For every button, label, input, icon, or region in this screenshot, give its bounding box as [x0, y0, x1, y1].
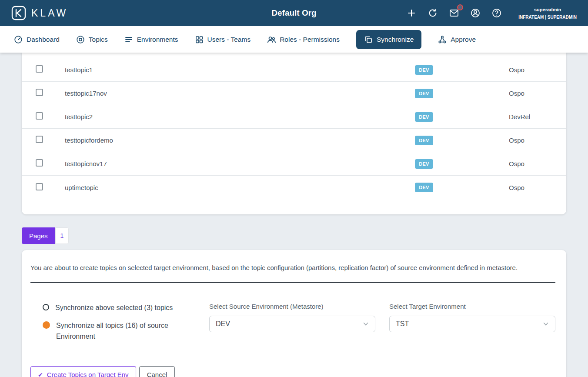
topic-name: uptimetopic [65, 184, 396, 191]
org-title: Default Org [271, 8, 316, 18]
divider [30, 282, 555, 283]
team-name: Ospo [452, 184, 553, 191]
topics-table-panel: testtopic1 DEV Ospo testtopic17nov DEV O… [22, 53, 566, 214]
topic-name: testtopic2 [65, 113, 396, 120]
table-row: testtopic1 DEV Ospo [22, 58, 566, 82]
sync-actions: ✔ Create Topics on Target Env Cancel [30, 366, 555, 377]
user-info[interactable]: superadmin INFRATEAM | SUPERADMIN [518, 7, 577, 20]
env-badge: DEV [415, 159, 433, 169]
radio-sync-all-topics[interactable]: Synchronize all topics (16) of source En… [43, 320, 199, 342]
checkbox-cell [36, 65, 65, 74]
user-team-role: INFRATEAM | SUPERADMIN [518, 15, 577, 20]
source-env-select[interactable]: DEV [209, 316, 375, 332]
row-checkbox[interactable] [36, 65, 43, 73]
topbar-actions: superadmin INFRATEAM | SUPERADMIN [406, 7, 577, 20]
nav-item-approve[interactable]: Approve [438, 35, 476, 44]
brand[interactable]: KLAW [11, 6, 68, 20]
refresh-button[interactable] [427, 7, 438, 19]
env-badge: DEV [415, 65, 433, 75]
env-badge: DEV [415, 89, 433, 98]
profile-icon [471, 8, 480, 18]
target-env-select[interactable]: TST [389, 316, 555, 332]
profile-button[interactable] [470, 7, 481, 19]
check-icon: ✔ [38, 371, 43, 377]
nav-item-topics[interactable]: Topics [76, 35, 108, 44]
create-topics-button[interactable]: ✔ Create Topics on Target Env [30, 366, 136, 377]
target-env-label: Select Target Environment [389, 303, 555, 310]
topic-table-body: testtopic1 DEV Ospo testtopic17nov DEV O… [22, 58, 566, 199]
table-row: testtopic17nov DEV Ospo [22, 82, 566, 105]
checkbox-cell [36, 112, 65, 121]
approve-icon [438, 35, 447, 44]
env-cell: DEV [396, 89, 452, 98]
checkbox-cell [36, 136, 65, 145]
team-name: Ospo [452, 90, 553, 97]
table-row: testtopic2 DEV DevRel [22, 105, 566, 129]
help-icon [492, 8, 501, 18]
table-clipped-row [22, 53, 566, 58]
table-row: testtopicnov17 DEV Ospo [22, 152, 566, 176]
team-name: DevRel [452, 113, 553, 120]
pages-button[interactable]: Pages [22, 227, 55, 244]
cancel-button[interactable]: Cancel [139, 366, 175, 377]
checkbox-cell [36, 89, 65, 98]
nav-item-dashboard[interactable]: Dashboard [14, 35, 60, 44]
nav-label: Synchronize [377, 36, 414, 43]
page-1-button[interactable]: 1 [55, 227, 69, 244]
table-row: testtopicfordemo DEV Ospo [22, 129, 566, 152]
nav-item-synchronize[interactable]: Synchronize [356, 30, 421, 49]
sync-options: Synchronize above selected (3) topics Sy… [43, 303, 209, 349]
checkbox-cell [36, 159, 65, 168]
row-checkbox[interactable] [36, 159, 43, 167]
topics-icon [76, 35, 85, 44]
env-cell: DEV [396, 159, 452, 169]
row-checkbox[interactable] [36, 89, 43, 96]
klaw-logo-icon [11, 6, 26, 20]
chevron-down-icon [363, 321, 369, 327]
env-cell: DEV [396, 112, 452, 122]
radio-checked-icon[interactable] [43, 321, 50, 329]
synchronize-icon [364, 35, 373, 44]
radio-unchecked-icon[interactable] [43, 304, 49, 310]
nav-item-users-teams[interactable]: Users - Teams [195, 35, 251, 44]
row-checkbox[interactable] [36, 183, 43, 190]
source-env-value: DEV [216, 320, 230, 328]
mail-button[interactable] [448, 7, 460, 19]
pagination: Pages 1 [22, 227, 566, 244]
main-nav: Dashboard Topics Environments Users - Te… [0, 26, 588, 53]
nav-label: Dashboard [27, 36, 60, 43]
target-env-group: Select Target Environment TST [389, 303, 555, 332]
nav-label: Users - Teams [207, 36, 251, 43]
env-cell: DEV [396, 136, 452, 145]
mail-icon [449, 8, 459, 18]
nav-item-roles-permissions[interactable]: Roles - Permissions [267, 35, 340, 44]
env-cell: DEV [396, 65, 452, 75]
radio-sync-selected-topics[interactable]: Synchronize above selected (3) topics [43, 303, 199, 314]
environments-icon [124, 35, 133, 44]
top-bar: KLAW Default Org [0, 0, 588, 26]
nav-item-environments[interactable]: Environments [124, 35, 178, 44]
checkbox-cell [36, 183, 65, 192]
radio-label: Synchronize all topics (16) of source En… [56, 320, 199, 342]
refresh-icon [428, 8, 438, 18]
add-button[interactable] [406, 7, 417, 19]
env-cell: DEV [396, 183, 452, 192]
chevron-down-icon [543, 321, 549, 327]
radio-label: Synchronize above selected (3) topics [55, 303, 173, 314]
help-button[interactable] [491, 7, 502, 19]
brand-name: KLAW [31, 7, 68, 19]
mail-notification-badge [457, 4, 463, 10]
dashboard-icon [14, 35, 23, 44]
topic-name: testtopic17nov [65, 90, 396, 97]
synchronize-panel: You are about to create topics on select… [22, 250, 566, 377]
source-env-label: Select Source Environment (Metastore) [209, 303, 375, 310]
create-topics-label: Create Topics on Target Env [47, 371, 129, 377]
env-badge: DEV [415, 112, 433, 122]
row-checkbox[interactable] [36, 136, 43, 143]
row-checkbox[interactable] [36, 112, 43, 120]
source-env-group: Select Source Environment (Metastore) DE… [209, 303, 375, 332]
env-badge: DEV [415, 183, 433, 192]
topic-name: testtopicfordemo [65, 137, 396, 144]
topic-name: testtopicnov17 [65, 160, 396, 167]
nav-label: Topics [89, 36, 108, 43]
